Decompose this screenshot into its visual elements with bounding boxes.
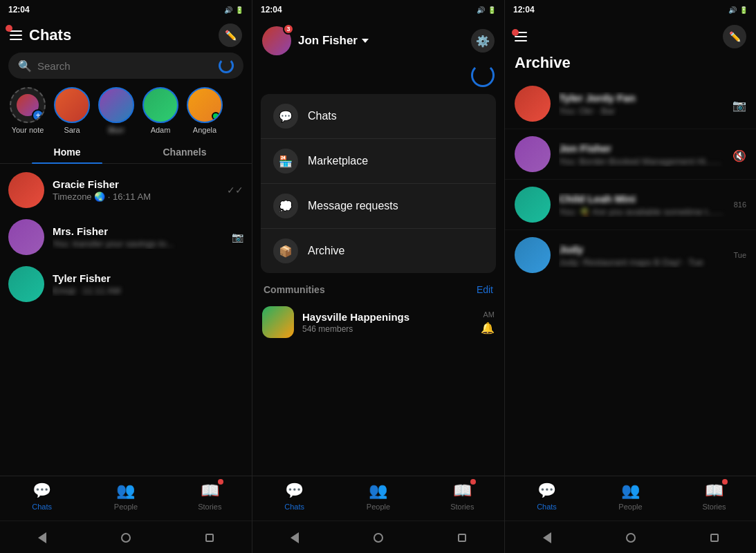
menu-icon[interactable]	[10, 30, 22, 40]
status-bar-1: 12:04 🔊 🔋	[0, 0, 252, 19]
nav-chats-1[interactable]: 💬 Chats	[0, 482, 84, 511]
archive-info-tyler-jordy: Tyler Jordy Fan You: Okr · Bar	[559, 92, 724, 116]
user-name-row[interactable]: Jon Fisher	[298, 34, 369, 48]
archive-avatar-jon-fisher	[515, 136, 551, 172]
people-nav-icon-3: 👥	[621, 482, 640, 500]
archive-list: Tyler Jordy Fan You: Okr · Bar 📷 Jon Fis…	[505, 79, 756, 277]
nav-stories-3[interactable]: 📖 Stories	[672, 482, 756, 511]
archive-compose-button[interactable]: ✏️	[723, 25, 746, 48]
your-note-label: Your note	[12, 126, 44, 134]
community-sub: 546 members	[302, 324, 472, 334]
archive-item-child-leah[interactable]: Child Leah Mini You: 🌴 Are you available…	[505, 180, 756, 230]
story-angela[interactable]: Angela	[185, 87, 224, 134]
home-button-1[interactable]	[116, 528, 136, 547]
archive-item-jon-fisher[interactable]: Jon Fisher You: Border-Booked Management…	[505, 129, 756, 180]
chat-avatar-gracie	[8, 172, 44, 208]
message-requests-label: Message requests	[308, 200, 398, 212]
people-nav-icon-2: 👥	[369, 482, 387, 500]
community-avatar	[262, 306, 294, 338]
community-time: AM	[483, 310, 495, 319]
menu-item-marketplace[interactable]: 🏪 Marketplace	[261, 139, 496, 184]
archive-item-judy[interactable]: Judy Judy: Restaurant maps B Day! · Tue …	[505, 230, 756, 277]
back-button-2[interactable]	[285, 528, 304, 547]
search-bar[interactable]: 🔍	[8, 53, 243, 79]
recents-button-3[interactable]	[705, 528, 724, 547]
chat-info-tyler-fisher: Tyler Fisher Emoji · 11:11 AM	[53, 272, 235, 296]
stories-nav-label-2: Stories	[450, 503, 474, 511]
battery-icon-2: 🔋	[488, 6, 496, 14]
chat-avatar-tyler-fisher	[8, 266, 44, 302]
nav-people-3[interactable]: 👥 People	[589, 482, 672, 511]
compose-button[interactable]: ✏️	[219, 24, 242, 47]
community-item-haysville[interactable]: Haysville Happenings 546 members AM 🔔	[252, 301, 504, 344]
nav-people-2[interactable]: 👥 People	[336, 482, 420, 511]
tab-home[interactable]: Home	[8, 141, 126, 163]
tab-channels[interactable]: Channels	[126, 141, 243, 163]
chats-nav-icon: 💬	[33, 482, 51, 500]
chat-meta-gracie: ✓✓	[227, 185, 243, 196]
home-button-2[interactable]	[369, 528, 388, 547]
stories-badge	[218, 479, 223, 485]
nav-stories-2[interactable]: 📖 Stories	[421, 482, 504, 511]
archive-item-tyler-jordy[interactable]: Tyler Jordy Fan You: Okr · Bar 📷	[505, 79, 756, 129]
menu-item-archive[interactable]: 📦 Archive	[261, 229, 496, 273]
archive-avatar-tyler-jordy	[515, 86, 551, 122]
edit-communities-link[interactable]: Edit	[477, 284, 493, 295]
chat-item-mrs-fisher[interactable]: Mrs. Fisher You: transfer your savings t…	[0, 214, 252, 261]
search-icon: 🔍	[18, 59, 32, 73]
chat-avatar-mrs-fisher	[8, 219, 44, 255]
chat-preview-mrs-fisher: You: transfer your savings to...	[53, 238, 223, 249]
back-button-1[interactable]	[33, 528, 52, 547]
settings-button[interactable]: ⚙️	[471, 29, 495, 53]
archive-meta-tyler-jordy: 📷	[732, 96, 746, 112]
check-icon-mrs-fisher: 📷	[232, 232, 243, 243]
chat-name-mrs-fisher: Mrs. Fisher	[53, 225, 223, 237]
bottom-nav-1: 💬 Chats 👥 People 📖 Stories	[0, 476, 252, 521]
story-adam-label: Adam	[151, 126, 171, 134]
chats-nav-icon-3: 💬	[537, 482, 556, 500]
nav-chats-3[interactable]: 💬 Chats	[505, 482, 589, 511]
archive-meta-child-leah: 816	[734, 200, 746, 209]
archive-info-jon-fisher: Jon Fisher You: Border-Booked Management…	[559, 142, 724, 167]
your-note-story[interactable]: + Your note	[8, 87, 47, 134]
communities-title: Communities	[264, 284, 325, 295]
menu-item-chats[interactable]: 💬 Chats	[261, 94, 496, 139]
chat-meta-mrs-fisher: 📷	[232, 232, 243, 243]
recents-button-2[interactable]	[452, 528, 472, 547]
chats-menu-icon: 💬	[273, 104, 298, 129]
story-blurred[interactable]: Blurr	[97, 87, 136, 134]
archive-name-child-leah: Child Leah Mini	[559, 193, 726, 205]
story-sara[interactable]: Sara	[53, 87, 91, 134]
recents-button-1[interactable]	[200, 528, 219, 547]
stories-nav-label: Stories	[198, 503, 221, 511]
chats-nav-label: Chats	[32, 503, 52, 511]
chats-nav-label-3: Chats	[537, 503, 557, 511]
archive-icon-1: 📷	[732, 99, 746, 112]
chat-item-tyler-fisher[interactable]: Tyler Fisher Emoji · 11:11 AM	[0, 261, 252, 308]
archive-preview-jon-fisher: You: Border-Booked Management Hi... · Ba…	[559, 156, 724, 167]
story-sara-label: Sara	[64, 126, 80, 134]
stories-badge-2	[470, 479, 476, 485]
time-1: 12:04	[8, 5, 30, 15]
status-icons-2: 🔊 🔋	[477, 6, 496, 14]
stories-row: + Your note Sara Blurr Adam Angela	[0, 84, 252, 141]
tab-bar-1: Home Channels	[0, 141, 252, 164]
check-icon-gracie: ✓✓	[227, 185, 243, 196]
nav-chats-2[interactable]: 💬 Chats	[252, 482, 336, 511]
home-button-3[interactable]	[621, 528, 640, 547]
time-3: 12:04	[513, 5, 535, 15]
back-button-3[interactable]	[537, 528, 557, 547]
status-bar-3: 12:04 🔊 🔋	[505, 0, 756, 19]
archive-info-child-leah: Child Leah Mini You: 🌴 Are you available…	[559, 193, 726, 217]
volume-icon-3: 🔊	[728, 6, 737, 14]
menu-item-message-requests[interactable]: 💭 Message requests	[261, 184, 496, 229]
chat-item-gracie[interactable]: Gracie Fisher Timezone 🌏 · 16:11 AM ✓✓	[0, 167, 252, 214]
story-adam[interactable]: Adam	[141, 87, 180, 134]
communities-header: Communities Edit	[252, 276, 504, 301]
stories-nav-label-3: Stories	[702, 503, 726, 511]
user-badge: 3	[283, 24, 294, 35]
nav-stories-1[interactable]: 📖 Stories	[168, 482, 252, 511]
user-header-bar: 3 Jon Fisher ⚙️	[252, 19, 504, 61]
nav-people-1[interactable]: 👥 People	[84, 482, 167, 511]
search-input[interactable]	[37, 60, 213, 72]
